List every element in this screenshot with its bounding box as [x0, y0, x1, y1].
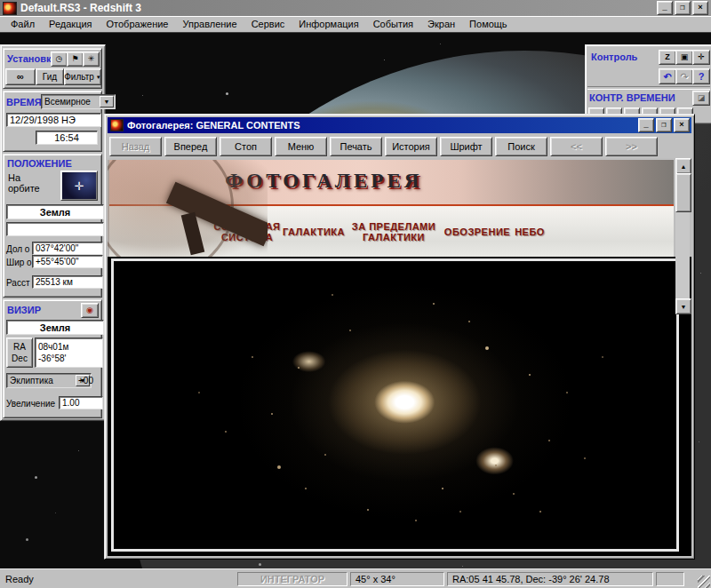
chevron-down-icon[interactable]: ▼	[100, 96, 114, 107]
position-extra-field[interactable]	[6, 222, 104, 236]
menu-bar: Файл Редакция Отображение Управление Сер…	[0, 16, 711, 33]
position-body-field[interactable]: Земля	[6, 204, 104, 219]
telescope-artwork	[108, 160, 268, 257]
date-field[interactable]: 12/29/1998 НЭ	[6, 113, 101, 127]
minimize-icon[interactable]: _	[657, 1, 673, 15]
menu-information[interactable]: Информация	[292, 17, 365, 31]
history-button[interactable]: История	[385, 137, 437, 156]
font-button[interactable]: Шрифт	[440, 137, 492, 156]
aim-section: ВИЗИР ◉ Земля RA Dec 08ч01м -36°58' Экли…	[3, 299, 102, 418]
distance-field[interactable]: 25513 км	[32, 275, 103, 289]
menu-button[interactable]: Меню	[275, 137, 327, 156]
frame-offset: +00	[78, 376, 93, 385]
clock-icon[interactable]: ◷	[51, 52, 68, 67]
menu-display[interactable]: Отображение	[100, 17, 176, 31]
print-button[interactable]: Печать	[330, 137, 382, 156]
move-icon[interactable]: ✛	[692, 50, 710, 65]
help-pointer-icon[interactable]: ?	[692, 68, 710, 84]
nav-overview[interactable]: ОБОЗРЕНИЕ	[444, 226, 510, 237]
settings-section: Установки ◷ ⚑ ✳ ∞ Гид Фильтр ▼	[3, 48, 102, 89]
right-control-panel: Контроль Z ▣ ✛ ↶ ↷ ? КОНТР. ВРЕМЕНИ ◪	[585, 44, 711, 124]
undo-icon[interactable]: ↶	[659, 68, 676, 84]
forward-button[interactable]: Вперед	[164, 137, 217, 156]
minimize-icon[interactable]: _	[638, 118, 654, 132]
nav-sky[interactable]: НЕБО	[515, 226, 545, 237]
gallery-content: ФОТОГАЛЕРЕЯ СОЛНЕЧНАЯСИСТЕМА ГАЛАКТИКА З…	[108, 158, 691, 556]
close-icon[interactable]: ×	[674, 118, 690, 132]
gallery-title: Фотогалерея: GENERAL CONTENTS	[127, 120, 636, 131]
flag-icon[interactable]: ⚑	[67, 52, 84, 67]
binoculars-icon[interactable]: ∞	[5, 68, 36, 85]
ra-dec-button[interactable]: RA Dec	[6, 338, 33, 368]
background-stars	[0, 33, 1, 34]
gallery-toolbar: Назад Вперед Стоп Меню Печать История Шр…	[108, 135, 691, 159]
zoom-label: Увеличение	[6, 399, 55, 409]
nav-beyond-galaxy[interactable]: ЗА ПРЕДЕЛАМИГАЛАКТИКИ	[352, 221, 435, 242]
redshift-app-icon	[3, 2, 17, 15]
status-ready: Ready	[0, 574, 235, 584]
status-fov: 45° x 34°	[350, 572, 444, 586]
figure-icon[interactable]: ◪	[692, 91, 710, 106]
gallery-titlebar[interactable]: Фотогалерея: GENERAL CONTENTS _ ❒ ×	[108, 117, 691, 133]
scrollbar-thumb[interactable]	[675, 173, 691, 212]
time-mode-select[interactable]: Всемирное ▼	[41, 94, 116, 109]
redo-icon[interactable]: ↷	[675, 68, 693, 84]
photogallery-window: Фотогалерея: GENERAL CONTENTS _ ❒ × Наза…	[104, 114, 695, 560]
menu-file[interactable]: Файл	[4, 17, 42, 31]
nav-galaxy[interactable]: ГАЛАКТИКА	[283, 226, 345, 237]
back-button[interactable]: Назад	[109, 137, 162, 156]
status-integrator: ИНТЕГРАТОР	[237, 572, 348, 586]
app-titlebar[interactable]: Default.RS3 - Redshift 3 _ ❒ ×	[0, 0, 711, 16]
scroll-down-icon[interactable]: ▼	[675, 298, 691, 314]
aim-icon[interactable]: ◉	[81, 303, 99, 318]
gallery-scrollbar[interactable]: ▲ ▼	[675, 158, 690, 314]
ra-dec-field[interactable]: 08ч01м -36°58'	[35, 338, 103, 368]
guide-button[interactable]: Гид	[36, 68, 64, 85]
menu-screen[interactable]: Экран	[420, 17, 462, 31]
menu-control[interactable]: Управление	[175, 17, 244, 31]
scroll-up-icon[interactable]: ▲	[675, 158, 691, 174]
divider	[587, 86, 710, 90]
camera-icon[interactable]: ▣	[675, 50, 693, 65]
filter-button[interactable]: Фильтр ▼	[64, 68, 101, 85]
galaxy-photo[interactable]	[111, 258, 679, 552]
chevron-down-icon: ▼	[96, 75, 101, 80]
distance-label: Расст	[6, 278, 29, 288]
galaxy-star-speckles	[404, 402, 406, 404]
position-section: ПОЛОЖЕНИЕ На орбите ✛ Земля Дол о 037°42…	[3, 154, 102, 298]
gear-icon[interactable]: ✳	[83, 52, 100, 67]
orbit-view-button[interactable]: ✛	[60, 171, 98, 201]
gallery-window-icon	[110, 119, 124, 131]
clock-field[interactable]: 16:54	[36, 131, 98, 145]
position-label: ПОЛОЖЕНИЕ	[7, 158, 72, 169]
time-control-label: КОНТР. ВРЕМЕНИ	[589, 92, 675, 103]
hourglass-icon[interactable]: Z	[659, 50, 676, 65]
aim-label: ВИЗИР	[7, 305, 41, 315]
longitude-field[interactable]: 037°42'00"	[32, 242, 103, 255]
menu-help[interactable]: Помощь	[462, 17, 515, 31]
next-page-button[interactable]: >>	[605, 137, 658, 156]
position-mode-label: На орбите	[8, 172, 40, 194]
status-coordinates: RA:05 41 45.78, Dec: -39° 26' 24.78	[447, 572, 653, 586]
close-icon[interactable]: ×	[692, 1, 708, 15]
time-label: ВРЕМЯ	[6, 97, 42, 107]
latitude-field[interactable]: +55°45'00"	[32, 255, 103, 268]
resize-grip[interactable]	[698, 576, 710, 588]
redshift-app-window: Default.RS3 - Redshift 3 _ ❒ × Файл Реда…	[0, 0, 711, 588]
gallery-page-body	[108, 257, 691, 556]
aim-body-field[interactable]: Земля	[6, 320, 104, 335]
prev-page-button[interactable]: <<	[550, 137, 603, 156]
left-control-panel: Установки ◷ ⚑ ✳ ∞ Гид Фильтр ▼ ВРЕМЯ Все…	[0, 44, 106, 421]
longitude-label: Дол о	[6, 244, 29, 254]
settings-label: Установки	[7, 53, 57, 64]
stop-button[interactable]: Стоп	[220, 137, 272, 156]
menu-events[interactable]: События	[366, 17, 420, 31]
zoom-field[interactable]: 1.00	[59, 396, 103, 409]
latitude-label: Шир о	[6, 258, 32, 267]
menu-service[interactable]: Сервис	[244, 17, 292, 31]
app-title: Default.RS3 - Redshift 3	[20, 2, 141, 14]
maximize-icon[interactable]: ❒	[656, 118, 672, 132]
search-button[interactable]: Поиск	[495, 137, 547, 156]
menu-edit[interactable]: Редакция	[42, 17, 99, 31]
maximize-icon[interactable]: ❒	[675, 1, 691, 15]
